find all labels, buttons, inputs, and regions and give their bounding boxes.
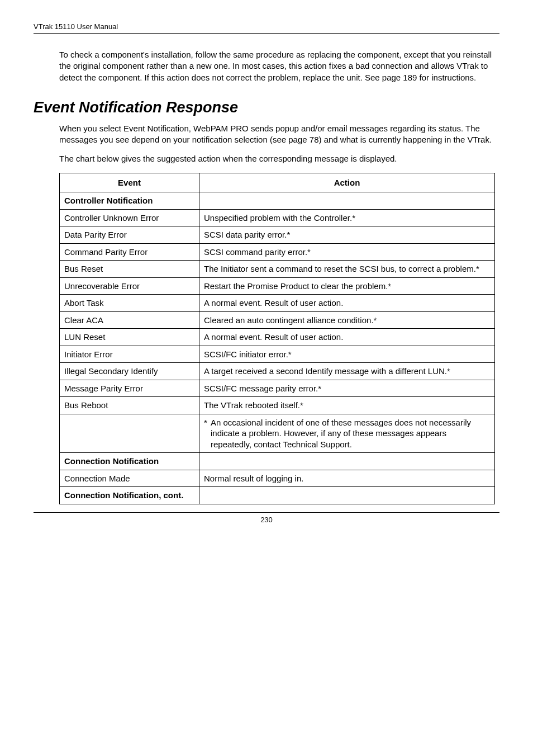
table-cell-action: A normal event. Result of user action. [199,329,495,346]
table-cell-event: Illegal Secondary Identify [60,363,199,380]
table-row: Unrecoverable ErrorRestart the Promise P… [60,277,495,295]
table-row: Message Parity ErrorSCSI/FC message pari… [60,380,495,397]
table-row: LUN ResetA normal event. Result of user … [60,329,495,346]
table-row: Bus RebootThe VTrak rebooted itself.* [60,397,495,414]
table-cell-action: Cleared an auto contingent alliance cond… [199,311,495,329]
table-row: *An occasional incident of one of these … [60,414,495,453]
table-cell-event: Data Parity Error [60,226,199,244]
table-cell-event: Abort Task [60,295,199,312]
table-cell-event: Bus Reset [60,261,199,278]
table-cell-event: Connection Notification, cont. [60,487,199,504]
table-row: Command Parity ErrorSCSI command parity … [60,243,495,261]
table-cell-action: Restart the Promise Product to clear the… [199,277,495,295]
table-row: Controller Notification [60,192,495,210]
table-cell-action: The Initiator sent a command to reset th… [199,261,495,278]
table-cell-action: Normal result of logging in. [199,470,495,487]
page-header: VTrak 15110 User Manual [34,22,499,31]
table-cell-action: The VTrak rebooted itself.* [199,397,495,414]
table-cell-event: Controller Unknown Error [60,209,199,226]
table-row: Initiator ErrorSCSI/FC initiator error.* [60,346,495,363]
table-cell-action: SCSI/FC message parity error.* [199,380,495,397]
table-cell-event: Initiator Error [60,346,199,363]
table-cell-event: Clear ACA [60,311,199,329]
table-row: Controller Unknown ErrorUnspecified prob… [60,209,495,226]
table-header-event: Event [60,173,199,192]
table-row: Connection Notification [60,453,495,470]
table-cell-action [199,487,495,504]
table-header-action: Action [199,173,495,192]
table-cell-action [199,192,495,210]
table-cell-event: Connection Made [60,470,199,487]
table-cell-action: A normal event. Result of user action. [199,295,495,312]
table-cell-event: Bus Reboot [60,397,199,414]
table-cell-action: SCSI/FC initiator error.* [199,346,495,363]
table-cell-event: Unrecoverable Error [60,277,199,295]
page-footer: 230 [34,512,499,524]
header-rule [34,33,499,34]
table-row: Abort TaskA normal event. Result of user… [60,295,495,312]
table-header-row: Event Action [60,173,495,192]
table-cell-event: LUN Reset [60,329,199,346]
section-title: Event Notification Response [34,99,499,116]
table-cell-event: Controller Notification [60,192,199,210]
table-cell-action [199,453,495,470]
table-cell-event [60,414,199,453]
table-cell-action: SCSI command parity error.* [199,243,495,261]
page-number: 230 [260,516,273,524]
table-cell-action: A target received a second Identify mess… [199,363,495,380]
event-action-table: Event Action Controller NotificationCont… [59,173,495,504]
table-row: Bus ResetThe Initiator sent a command to… [60,261,495,278]
table-cell-event: Message Parity Error [60,380,199,397]
table-row: Connection MadeNormal result of logging … [60,470,495,487]
table-cell-action: Unspecified problem with the Controller.… [199,209,495,226]
table-row: Connection Notification, cont. [60,487,495,504]
table-cell-action: *An occasional incident of one of these … [199,414,495,453]
body-paragraph-2: The chart below gives the suggested acti… [59,153,499,164]
table-row: Data Parity ErrorSCSI data parity error.… [60,226,495,244]
footnote-star: * [204,417,211,428]
table-row: Clear ACACleared an auto contingent alli… [60,311,495,329]
footnote-text: An occasional incident of one of these m… [211,417,487,450]
intro-paragraph: To check a component's installation, fol… [59,49,499,83]
table-cell-action: SCSI data parity error.* [199,226,495,244]
table-body: Controller NotificationController Unknow… [60,192,495,504]
body-paragraph-1: When you select Event Notification, WebP… [59,123,499,146]
table-cell-event: Connection Notification [60,453,199,470]
table-cell-event: Command Parity Error [60,243,199,261]
table-row: Illegal Secondary IdentifyA target recei… [60,363,495,380]
